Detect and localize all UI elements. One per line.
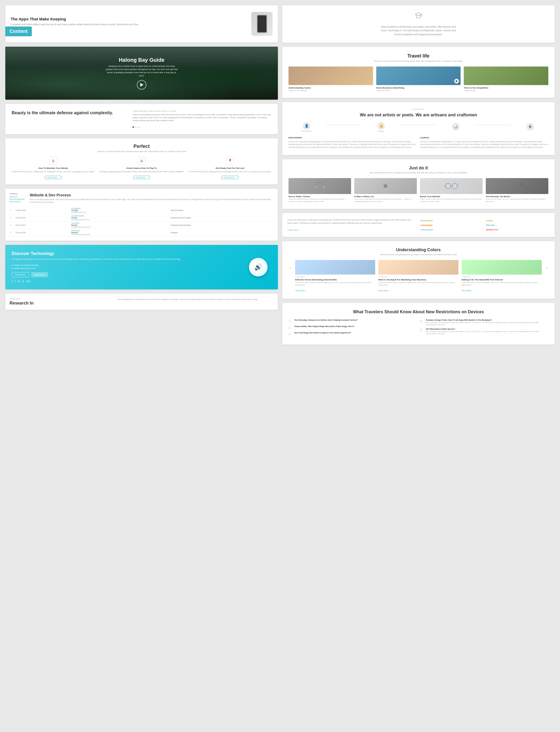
play-overlay[interactable] [454, 79, 459, 84]
colors-item-3-link[interactable]: View details → [462, 290, 474, 292]
perfect-item-3-link[interactable]: Learn more → [222, 176, 238, 179]
row-2-name: UX DESIGNERChristychristy@company.com [71, 214, 170, 221]
card-research: SINCE 2006 Research In Some laptops are … [5, 294, 278, 310]
perfect-item-1: 🖥 How To Maintain Your Mental A traveler… [11, 157, 96, 180]
travel-item-2: Home Business Advertising Chang-Wei 2014 [376, 67, 461, 91]
travelers-col-left: 1 Tech Roundup: Advances for Airlines Ar… [288, 319, 417, 338]
justdoit-img-2 [354, 178, 417, 194]
travel-item-3-title: There Is No Competition [464, 87, 548, 89]
promote-link[interactable]: Learn more → [287, 229, 301, 231]
device-shape [257, 15, 267, 33]
row-1-role: Web Developer [170, 207, 274, 214]
row-1-num: 1 [10, 207, 15, 214]
travelers-item-3: 3 Has Technology Also Failed to Improve … [288, 332, 417, 336]
artisans-col-2-title: LAUNCH [420, 136, 548, 139]
travelers-item-5: 5 24/7 Medications Online Service? More … [420, 328, 548, 335]
travel-grid: Understanding Colors Gregor O. Duesdieck… [288, 67, 548, 91]
artisans-col-1-title: DISCUSSION [288, 136, 417, 139]
svg-point-5 [445, 183, 451, 189]
beauty-quote: Beauty is the ultimate defense against c… [12, 110, 127, 116]
logo-audiojungle: audiojungle [421, 224, 484, 226]
instagram-icon[interactable]: in [18, 279, 20, 283]
table-row: 4 12 Jan 2016 TRAININGRachelsrachels@com… [10, 229, 274, 236]
travelers-item-1-title: Tech Roundup: Advances for Airlines Aren… [294, 319, 358, 321]
travelers-item-4: 4 Freelance Design Tricks: How To Get Aw… [420, 319, 548, 326]
travelers-item-4-text: Freelance Design Tricks: How To Get Away… [426, 319, 548, 326]
travelers-item-1-text: Tech Roundup: Advances for Airlines Aren… [294, 319, 358, 323]
colors-prev-button[interactable]: ‹ [288, 260, 292, 275]
travelers-item-5-title: 24/7 Medications Online Service? [426, 328, 548, 330]
colors-item-1-title: Effective Forms Advertising Internet Web [295, 279, 375, 281]
colors-item-1-desc: Lorem ipsum dolor sit amet, consectetur … [295, 282, 375, 286]
justdoit-item-3-title: Brands Try to Blacklist [420, 196, 483, 198]
row-2-num: 2 [10, 214, 15, 221]
card-website: PROFILE Research Web Development Data La… [5, 189, 278, 241]
colors-item-2: 13 May 2014 What Is The Big R For Market… [378, 260, 458, 292]
travelers-item-3-text: Has Technology Also Failed to Improve Yo… [294, 332, 351, 336]
artisans-col-1: DISCUSSION As soon as Computerized Typog… [288, 136, 417, 149]
perfect-item-1-desc: A traveler who checks for writing books … [11, 170, 96, 173]
perfect-item-1-link[interactable]: Learn more → [45, 176, 62, 179]
twitter-icon[interactable]: t [15, 279, 15, 283]
step-3-icon: 📊 [452, 123, 460, 130]
dot-2[interactable] [135, 126, 136, 128]
travelers-item-1: 1 Tech Roundup: Advances for Airlines Ar… [288, 319, 417, 323]
row-4-name: TRAININGRachelsrachels@company.com [71, 229, 170, 236]
colors-next-button[interactable]: › [545, 260, 548, 275]
discover-readmore-button[interactable]: Read More [12, 272, 29, 277]
promote-text: If you are looking for a new way to prom… [287, 218, 416, 232]
apps-device-image [251, 12, 273, 36]
colors-item-3-desc: Lorem ipsum dolor sit amet, consectetur … [462, 282, 542, 286]
card-halong: Halong Bay Guide Sleeping here is harder… [5, 47, 278, 100]
facebook-icon[interactable]: f [12, 279, 12, 283]
leaf-icon: 📍 [226, 157, 234, 165]
social-icons: f t in p rss [12, 279, 241, 283]
perfect-item-2-link[interactable]: Learn more → [133, 176, 150, 179]
discover-feature-1: Feature one about technology [12, 264, 241, 266]
row-3-num: 3 [10, 221, 15, 229]
travelers-num-3: 3 [288, 332, 293, 336]
row-3-name: TESTINGMorganmorgan@company.com [71, 221, 170, 229]
travelers-item-5-text: 24/7 Medications Online Service? More ac… [426, 328, 548, 335]
step-discussion-label: DISCUSSION [302, 130, 312, 132]
sidebar-item-research[interactable]: Research [10, 196, 25, 198]
step-launch-label: LAUNCH [378, 130, 384, 132]
research-description: Some laptops are among the most and know… [118, 298, 274, 301]
sidebar-item-data[interactable]: Data Layouts [10, 201, 25, 203]
justdoit-title: Just do it [288, 166, 548, 170]
artisans-steps: 👤 DISCUSSION 👍 LAUNCH 📊 ⚙ [288, 122, 548, 132]
step-discussion-icon: 👤 [303, 122, 310, 130]
step-3: 📊 [437, 123, 474, 131]
row-3-date: 30 Jun 2017 [15, 221, 71, 229]
travel-subtitle: There's so much interest and curiosity a… [288, 60, 548, 62]
dot-1[interactable] [133, 126, 134, 128]
dot-3[interactable] [137, 126, 138, 128]
colors-img-1 [295, 260, 375, 275]
travel-item-2-title: Home Business Advertising [376, 87, 461, 89]
travel-img-2 [376, 67, 461, 85]
justdoit-item-2-desc: The process of wholesale and cultural as… [354, 198, 417, 203]
artisans-title: We are not artists or poets. We are arti… [288, 112, 548, 118]
artisans-col-2: LAUNCH As soon as Computerized Typograph… [420, 136, 548, 149]
left-column: Content The Apps That Make Keeping Compl… [5, 5, 278, 345]
research-title: Research In [10, 301, 113, 306]
pinterest-icon[interactable]: p [22, 279, 24, 283]
colors-tag-1: 14 May 2014 [295, 276, 375, 278]
play-button[interactable] [137, 80, 146, 90]
games-icon: ⊞ [138, 157, 146, 165]
colors-item-1-link[interactable]: View details → [295, 290, 307, 292]
svg-rect-7 [513, 184, 521, 189]
beauty-right: CHEAP AIRLINE TICKETS GREAT WAYS TO SAVE… [133, 110, 272, 128]
logo-codecanyon: codecanyon [421, 229, 484, 231]
dot-navigation [133, 126, 272, 128]
dot-4[interactable] [139, 126, 140, 128]
table-row: 2 12 Jan 2016 UX DESIGNERChristychristy@… [10, 214, 274, 221]
rss-icon[interactable]: rss [26, 279, 30, 283]
sidebar-item-webdev[interactable]: Web Development [10, 198, 25, 200]
colors-carousel: ‹ 14 May 2014 Effective Forms Advertisin… [288, 260, 548, 292]
justdoit-item-1: Now on Twitter: Chelsea A brief yet buil… [288, 178, 351, 203]
colors-item-1: 14 May 2014 Effective Forms Advertising … [295, 260, 375, 292]
colors-item-2-link[interactable]: View details → [378, 290, 391, 292]
halong-content: Halong Bay Guide Sleeping here is harder… [104, 57, 179, 90]
discover-start-button[interactable]: Read More [31, 272, 48, 277]
